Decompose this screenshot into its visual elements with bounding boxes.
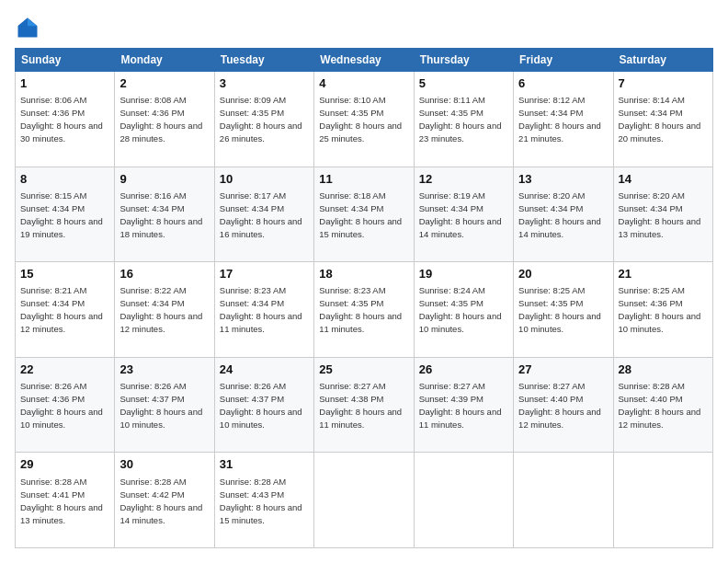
day-number: 26 — [419, 362, 508, 378]
calendar-cell: 1Sunrise: 8:06 AMSunset: 4:36 PMDaylight… — [16, 72, 115, 167]
calendar-cell: 18Sunrise: 8:23 AMSunset: 4:35 PMDayligh… — [314, 262, 414, 358]
calendar-cell: 21Sunrise: 8:25 AMSunset: 4:36 PMDayligh… — [613, 262, 712, 358]
day-number: 9 — [119, 171, 209, 188]
day-detail: Sunrise: 8:20 AMSunset: 4:34 PMDaylight:… — [619, 190, 701, 239]
day-detail: Sunrise: 8:27 AMSunset: 4:39 PMDaylight:… — [419, 381, 502, 430]
day-detail: Sunrise: 8:16 AMSunset: 4:34 PMDaylight:… — [119, 190, 202, 239]
day-number: 4 — [319, 75, 408, 92]
day-number: 17 — [220, 266, 309, 282]
day-number: 24 — [220, 362, 309, 378]
calendar-cell: 31Sunrise: 8:28 AMSunset: 4:43 PMDayligh… — [214, 453, 313, 548]
day-number: 21 — [619, 266, 708, 282]
day-number: 3 — [220, 75, 309, 92]
day-number: 12 — [419, 171, 508, 188]
day-detail: Sunrise: 8:27 AMSunset: 4:40 PMDaylight:… — [518, 381, 601, 430]
calendar-week-2: 8Sunrise: 8:15 AMSunset: 4:34 PMDaylight… — [16, 167, 713, 262]
col-header-tuesday: Tuesday — [214, 49, 313, 72]
day-detail: Sunrise: 8:19 AMSunset: 4:34 PMDaylight:… — [419, 190, 502, 239]
day-detail: Sunrise: 8:09 AMSunset: 4:35 PMDaylight:… — [220, 95, 302, 144]
day-number: 13 — [518, 171, 608, 188]
day-detail: Sunrise: 8:28 AMSunset: 4:40 PMDaylight:… — [619, 381, 701, 430]
day-number: 11 — [319, 171, 408, 188]
calendar-cell: 20Sunrise: 8:25 AMSunset: 4:35 PMDayligh… — [514, 262, 613, 358]
calendar-cell: 16Sunrise: 8:22 AMSunset: 4:34 PMDayligh… — [115, 262, 214, 358]
day-number: 22 — [20, 362, 109, 378]
logo-icon — [15, 15, 40, 40]
day-detail: Sunrise: 8:08 AMSunset: 4:36 PMDaylight:… — [119, 95, 202, 144]
calendar-week-4: 22Sunrise: 8:26 AMSunset: 4:36 PMDayligh… — [16, 357, 713, 453]
calendar-cell: 10Sunrise: 8:17 AMSunset: 4:34 PMDayligh… — [214, 167, 313, 262]
day-number: 20 — [518, 266, 608, 282]
day-detail: Sunrise: 8:23 AMSunset: 4:35 PMDaylight:… — [319, 285, 402, 334]
calendar-cell: 30Sunrise: 8:28 AMSunset: 4:42 PMDayligh… — [115, 453, 214, 548]
col-header-saturday: Saturday — [613, 49, 712, 72]
day-number: 15 — [20, 266, 109, 282]
calendar-cell: 19Sunrise: 8:24 AMSunset: 4:35 PMDayligh… — [414, 262, 513, 358]
col-header-friday: Friday — [514, 49, 613, 72]
calendar-cell: 6Sunrise: 8:12 AMSunset: 4:34 PMDaylight… — [514, 72, 613, 167]
day-number: 8 — [20, 171, 109, 188]
day-detail: Sunrise: 8:28 AMSunset: 4:41 PMDaylight:… — [20, 477, 103, 525]
day-detail: Sunrise: 8:26 AMSunset: 4:36 PMDaylight:… — [20, 381, 103, 430]
day-detail: Sunrise: 8:12 AMSunset: 4:34 PMDaylight:… — [518, 95, 601, 144]
calendar-table: SundayMondayTuesdayWednesdayThursdayFrid… — [15, 48, 713, 548]
day-number: 31 — [220, 456, 309, 473]
day-detail: Sunrise: 8:26 AMSunset: 4:37 PMDaylight:… — [119, 381, 202, 430]
day-number: 25 — [319, 362, 408, 378]
day-number: 28 — [619, 362, 708, 378]
day-number: 19 — [419, 266, 508, 282]
day-detail: Sunrise: 8:22 AMSunset: 4:34 PMDaylight:… — [119, 285, 202, 334]
day-number: 27 — [518, 362, 608, 378]
calendar-cell: 5Sunrise: 8:11 AMSunset: 4:35 PMDaylight… — [414, 72, 513, 167]
day-detail: Sunrise: 8:24 AMSunset: 4:35 PMDaylight:… — [419, 285, 502, 334]
calendar-cell: 15Sunrise: 8:21 AMSunset: 4:34 PMDayligh… — [16, 262, 115, 358]
day-number: 10 — [220, 171, 309, 188]
day-detail: Sunrise: 8:21 AMSunset: 4:34 PMDaylight:… — [20, 285, 103, 334]
day-number: 5 — [419, 75, 508, 92]
calendar-cell: 12Sunrise: 8:19 AMSunset: 4:34 PMDayligh… — [414, 167, 513, 262]
calendar-cell: 22Sunrise: 8:26 AMSunset: 4:36 PMDayligh… — [16, 357, 115, 453]
day-number: 23 — [119, 362, 209, 378]
calendar-cell: 2Sunrise: 8:08 AMSunset: 4:36 PMDaylight… — [115, 72, 214, 167]
day-number: 7 — [619, 75, 708, 92]
calendar-cell: 28Sunrise: 8:28 AMSunset: 4:40 PMDayligh… — [613, 357, 712, 453]
calendar-cell: 7Sunrise: 8:14 AMSunset: 4:34 PMDaylight… — [613, 72, 712, 167]
calendar-week-5: 29Sunrise: 8:28 AMSunset: 4:41 PMDayligh… — [16, 453, 713, 548]
calendar-cell — [613, 453, 712, 548]
calendar-cell: 13Sunrise: 8:20 AMSunset: 4:34 PMDayligh… — [514, 167, 613, 262]
day-number: 16 — [119, 266, 209, 282]
calendar-cell: 4Sunrise: 8:10 AMSunset: 4:35 PMDaylight… — [314, 72, 414, 167]
day-number: 2 — [119, 75, 209, 92]
day-number: 6 — [518, 75, 608, 92]
calendar-cell: 29Sunrise: 8:28 AMSunset: 4:41 PMDayligh… — [16, 453, 115, 548]
calendar-cell — [314, 453, 414, 548]
day-detail: Sunrise: 8:18 AMSunset: 4:34 PMDaylight:… — [319, 190, 402, 239]
day-number: 29 — [20, 456, 109, 473]
day-detail: Sunrise: 8:25 AMSunset: 4:35 PMDaylight:… — [518, 285, 601, 334]
day-detail: Sunrise: 8:28 AMSunset: 4:42 PMDaylight:… — [119, 477, 202, 525]
col-header-sunday: Sunday — [16, 49, 115, 72]
col-header-monday: Monday — [115, 49, 214, 72]
day-number: 30 — [119, 456, 209, 473]
calendar-cell: 27Sunrise: 8:27 AMSunset: 4:40 PMDayligh… — [514, 357, 613, 453]
calendar-cell — [514, 453, 613, 548]
calendar-cell: 25Sunrise: 8:27 AMSunset: 4:38 PMDayligh… — [314, 357, 414, 453]
calendar-week-3: 15Sunrise: 8:21 AMSunset: 4:34 PMDayligh… — [16, 262, 713, 358]
day-number: 18 — [319, 266, 408, 282]
day-detail: Sunrise: 8:15 AMSunset: 4:34 PMDaylight:… — [20, 190, 103, 239]
day-detail: Sunrise: 8:14 AMSunset: 4:34 PMDaylight:… — [619, 95, 701, 144]
logo — [15, 15, 44, 40]
col-header-thursday: Thursday — [414, 49, 513, 72]
day-number: 14 — [619, 171, 708, 188]
day-detail: Sunrise: 8:26 AMSunset: 4:37 PMDaylight:… — [220, 381, 302, 430]
calendar-cell: 11Sunrise: 8:18 AMSunset: 4:34 PMDayligh… — [314, 167, 414, 262]
day-detail: Sunrise: 8:11 AMSunset: 4:35 PMDaylight:… — [419, 95, 502, 144]
calendar-cell: 8Sunrise: 8:15 AMSunset: 4:34 PMDaylight… — [16, 167, 115, 262]
calendar-cell: 9Sunrise: 8:16 AMSunset: 4:34 PMDaylight… — [115, 167, 214, 262]
day-detail: Sunrise: 8:20 AMSunset: 4:34 PMDaylight:… — [518, 190, 601, 239]
header — [15, 15, 713, 40]
col-header-wednesday: Wednesday — [314, 49, 414, 72]
day-detail: Sunrise: 8:23 AMSunset: 4:34 PMDaylight:… — [220, 285, 302, 334]
day-number: 1 — [20, 75, 109, 92]
calendar-cell: 24Sunrise: 8:26 AMSunset: 4:37 PMDayligh… — [214, 357, 313, 453]
